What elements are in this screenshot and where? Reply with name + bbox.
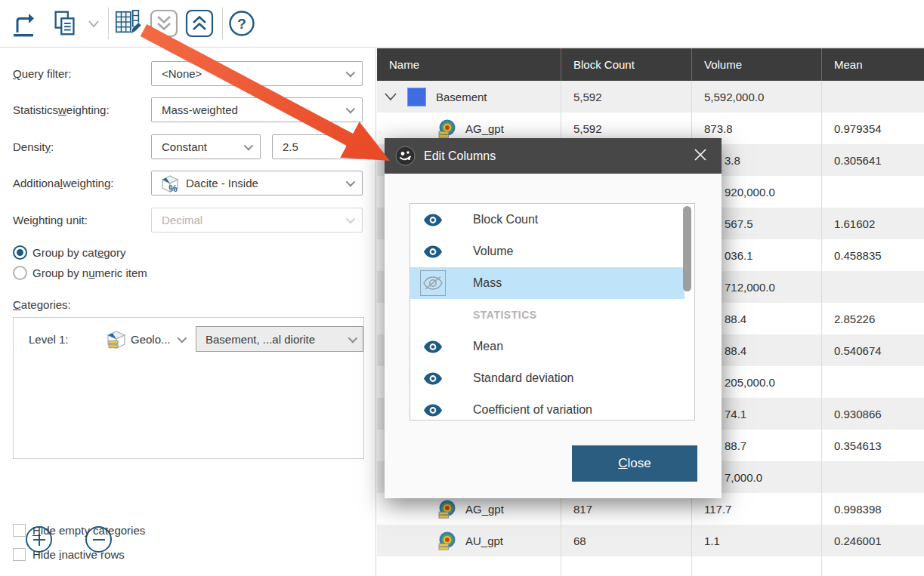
numeric-item-icon (437, 531, 457, 551)
copy-button[interactable] (50, 8, 80, 39)
edit-columns-icon (113, 8, 144, 39)
chevron-down-icon (346, 214, 356, 224)
column-list-label: Coefficient of variation (473, 403, 592, 417)
copy-options-dropdown[interactable] (85, 8, 103, 39)
statistics-settings-panel: Query filter: <None> Statistics weightin… (0, 48, 376, 576)
visibility-toggle[interactable] (420, 334, 446, 359)
cell-name: AU_gpt (377, 525, 561, 556)
cell-mean: 0.305641 (821, 144, 924, 176)
numeric-item-icon (437, 119, 457, 139)
query-filter-label: Query filter: (13, 61, 72, 86)
column-header-name[interactable]: Name (377, 48, 561, 81)
item-name: AU_gpt (465, 534, 503, 547)
column-list-label: Standard deviation (473, 371, 573, 385)
column-list-item-mass[interactable]: Mass (410, 267, 685, 299)
column-header-block-count[interactable]: Block Count (561, 48, 691, 81)
table-row[interactable] (377, 556, 924, 576)
column-list-label: STATISTICS (473, 309, 537, 321)
column-list-section-header: STATISTICS (410, 299, 685, 331)
scrollbar-thumb[interactable] (683, 206, 691, 291)
column-visibility-list: Block Count Volume MassSTATISTICS Mean S… (409, 203, 695, 420)
svg-text:%: % (168, 183, 178, 193)
close-button[interactable]: Close (572, 445, 697, 482)
cell-mean: 0.540674 (821, 334, 924, 366)
table-header: NameBlock CountVolumeMean (377, 48, 924, 81)
density-type-select[interactable]: Constant (151, 134, 261, 159)
cell-mean: 1.61602 (821, 208, 924, 239)
level1-values-select[interactable]: Basement, ...al diorite (196, 326, 363, 352)
svg-text:?: ? (237, 16, 246, 32)
visibility-eye-icon[interactable] (423, 340, 443, 353)
dialog-close-button[interactable] (690, 144, 711, 168)
column-list-item-block-count[interactable]: Block Count (410, 204, 685, 236)
group-by-category-radio[interactable] (13, 245, 27, 260)
query-filter-select[interactable]: <None> (151, 61, 363, 86)
column-list-label: Mean (473, 340, 503, 353)
visibility-eye-icon[interactable] (423, 245, 443, 258)
chevron-down-icon[interactable] (384, 92, 397, 101)
cell-mean (821, 366, 924, 398)
column-list-item-volume[interactable]: Volume (410, 236, 685, 267)
weighting-unit-label: Weighting unit: (13, 208, 88, 233)
column-header-volume[interactable]: Volume (691, 48, 821, 81)
visibility-eye-icon[interactable] (423, 372, 443, 385)
cell-mean: 0.998398 (821, 493, 924, 525)
column-list-label: Mass (473, 276, 502, 290)
cell-name: Basement (377, 81, 561, 112)
open-in-new-window-button[interactable] (8, 8, 38, 39)
statistics-weighting-select[interactable]: Mass-weighted (151, 97, 363, 122)
chevron-down-icon (346, 104, 356, 114)
table-row-group[interactable]: Basement5,5925,592,000.0 (377, 81, 924, 112)
visibility-toggle[interactable] (420, 207, 446, 233)
visibility-eye-icon[interactable] (423, 404, 443, 417)
column-list-item-coefficient-of-variation[interactable]: Coefficient of variation (410, 394, 685, 420)
density-value-select[interactable]: 2.5 (272, 134, 363, 159)
cell-mean: 0.930866 (821, 398, 924, 430)
move-up-all-button[interactable] (184, 8, 215, 39)
copy-icon (50, 8, 80, 39)
visibility-toggle[interactable] (420, 270, 446, 296)
cell-volume (691, 556, 821, 576)
block-model-icon (106, 328, 127, 350)
category-name: Basement (436, 91, 487, 103)
help-button[interactable]: ? (227, 8, 257, 39)
close-icon (693, 147, 708, 162)
toolbar: ? (0, 0, 924, 48)
cell-name (377, 556, 561, 576)
edit-columns-button[interactable] (113, 8, 144, 39)
group-by-numeric-item-label: Group by numeric item (32, 266, 147, 279)
visibility-eye-icon[interactable] (423, 214, 443, 226)
level1-column-select[interactable]: Geolo... (106, 326, 184, 352)
help-icon: ? (227, 8, 257, 39)
column-list-item-standard-deviation[interactable]: Standard deviation (410, 362, 685, 394)
group-by-numeric-item-radio[interactable] (13, 266, 27, 280)
cell-mean (821, 271, 924, 303)
chevron-down-icon (346, 141, 356, 151)
categories-label: Categories: (13, 292, 71, 317)
statistics-weighting-label: Statistics weighting: (13, 97, 110, 122)
chevron-down-icon (177, 333, 187, 343)
table-row[interactable]: AU_gpt681.10.246001 (377, 525, 924, 556)
dialog-titlebar[interactable]: Edit Columns (385, 138, 722, 174)
column-header-mean[interactable]: Mean (821, 48, 924, 81)
column-list-label: Block Count (473, 213, 538, 226)
item-name: AG_gpt (465, 122, 504, 135)
visibility-toggle[interactable] (420, 397, 446, 420)
cell-block-count: 5,592 (561, 81, 691, 112)
dialog-title: Edit Columns (424, 149, 496, 163)
edit-columns-dialog: Edit Columns Block Count Volume MassSTAT… (385, 138, 722, 498)
visibility-toggle[interactable] (420, 239, 446, 264)
hide-inactive-rows-checkbox[interactable] (13, 548, 26, 561)
chevron-double-down-icon (149, 8, 179, 39)
visibility-eye-off-icon[interactable] (423, 276, 443, 291)
item-name: AG_gpt (465, 503, 504, 516)
visibility-toggle[interactable] (420, 365, 446, 391)
column-visibility-rows: Block Count Volume MassSTATISTICS Mean S… (410, 204, 694, 420)
hide-empty-categories-checkbox[interactable] (13, 524, 26, 537)
column-list-item-mean[interactable]: Mean (410, 331, 685, 362)
cell-mean (821, 461, 924, 493)
additional-weighting-select[interactable]: % Dacite - Inside (151, 171, 363, 196)
chevron-down-icon (346, 68, 356, 78)
move-down-all-button[interactable] (149, 8, 179, 39)
cell-volume: 1.1 (691, 525, 821, 556)
